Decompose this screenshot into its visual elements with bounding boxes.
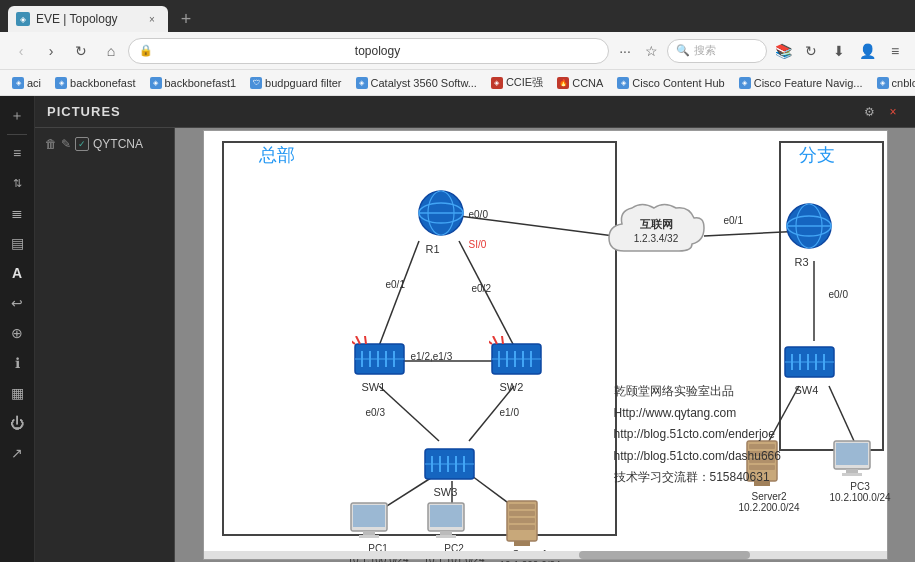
sidebar-export-btn[interactable]: ↗ [3,439,31,467]
scrollbar-thumb[interactable] [579,551,750,559]
link-label-e10: e1/0 [500,407,519,418]
sidebar-menu-btn[interactable]: ≡ [3,139,31,167]
link-label-e12-13: e1/2,e1/3 [411,351,453,362]
more-options-btn[interactable]: ··· [613,39,637,63]
panel-header-icons: ⚙ × [859,102,903,122]
svg-rect-59 [363,531,375,535]
sw1-switch [352,336,407,385]
panel-body: 🗑 ✎ ✓ QYTCNA 总部 分支 [35,128,915,562]
bookmark-favicon: ◈ [150,77,162,89]
sw4-switch [782,339,837,388]
tree-item-qytcna[interactable]: 🗑 ✎ ✓ QYTCNA [41,134,168,154]
tab-bar: ◈ EVE | Topology × + [0,0,915,32]
active-tab[interactable]: ◈ EVE | Topology × [8,6,168,32]
bookmark-ccie[interactable]: ◈ CCIE强 [485,73,549,92]
refresh-btn[interactable]: ↻ [68,38,94,64]
home-btn[interactable]: ⌂ [98,38,124,64]
tab-title: EVE | Topology [36,12,138,26]
diagram-area[interactable]: 总部 分支 [175,128,915,562]
sidebar-table-btn[interactable]: ▦ [3,379,31,407]
bookmark-cisco-content[interactable]: ◈ Cisco Content Hub [611,75,730,91]
bookmarks-bar: ◈ aci ◈ backbonefast ◈ backbonefast1 🛡 b… [0,70,915,96]
browser-toolbar: ‹ › ↻ ⌂ 🔒 topology ··· ☆ 🔍 搜索 📚 ↻ ⬇ 👤 ≡ [0,32,915,70]
link-label-e01-r3: e0/1 [724,215,743,226]
toolbar-icons: ··· ☆ [613,39,663,63]
pc1-icon [349,501,389,545]
server1-icon [502,499,542,553]
bookmark-favicon: ◈ [739,77,751,89]
sidebar-text-btn[interactable]: A [3,259,31,287]
sw3-switch [422,441,477,490]
r3-label: R3 [795,256,809,268]
server2-label: Server2 10.2.200.0/24 [739,491,800,513]
bookmark-budpguard[interactable]: 🛡 budpguard filter [244,75,347,91]
sidebar-grid-btn[interactable]: ▤ [3,229,31,257]
address-bar[interactable]: 🔒 topology [128,38,609,64]
panel-close-btn[interactable]: × [883,102,903,122]
link-label-e00: e0/0 [469,209,488,220]
svg-rect-79 [846,469,858,473]
svg-rect-78 [836,443,868,465]
back-btn[interactable]: ‹ [8,38,34,64]
main-content: ＋ ≡ ⇅ ≣ ▤ A ↩ ⊕ ℹ ▦ ⏻ ↗ PICTURES ⚙ × [0,96,915,562]
refresh-icon2[interactable]: ↻ [799,39,823,63]
sidebar-list-btn[interactable]: ≣ [3,199,31,227]
svg-rect-69 [509,525,535,530]
bookmark-favicon: 🔥 [557,77,569,89]
sidebar-divider-1 [7,134,27,135]
panel-settings-btn[interactable]: ⚙ [859,102,879,122]
left-panel: 🗑 ✎ ✓ QYTCNA [35,128,175,562]
download-icon[interactable]: ⬇ [827,39,851,63]
r1-label: R1 [426,243,440,255]
sw2-switch [489,336,544,385]
profile-icon[interactable]: 👤 [855,39,879,63]
svg-line-38 [502,336,503,344]
sw2-label: SW2 [500,381,524,393]
bookmark-cnblog[interactable]: ◈ cnblog [871,75,915,91]
right-section-label: 分支 [799,143,835,167]
panel-title: PICTURES [47,104,859,119]
link-label-e03: e0/3 [366,407,385,418]
star-btn[interactable]: ☆ [639,39,663,63]
bookmark-aci[interactable]: ◈ aci [6,75,47,91]
tree-item-label: QYTCNA [93,137,164,151]
bookmark-backbonefast[interactable]: ◈ backbonefast [49,75,141,91]
new-tab-btn[interactable]: + [172,6,200,32]
bookmark-favicon: ◈ [12,77,24,89]
panel-header: PICTURES ⚙ × [35,96,915,128]
svg-rect-63 [440,531,452,535]
sidebar-info-btn[interactable]: ℹ [3,349,31,377]
link-label-e01: e0/1 [386,279,405,290]
search-bar[interactable]: 🔍 搜索 [667,39,767,63]
bookmark-cisco-feature[interactable]: ◈ Cisco Feature Navig... [733,75,869,91]
sidebar-add-circle-btn[interactable]: ⊕ [3,319,31,347]
bookmark-ccna[interactable]: 🔥 CCNA [551,75,609,91]
forward-btn[interactable]: › [38,38,64,64]
sidebar-move-btn[interactable]: ⇅ [3,169,31,197]
edit-icon[interactable]: ✎ [61,137,71,151]
address-text: topology [157,44,598,58]
checkbox-icon[interactable]: ✓ [75,137,89,151]
link-label-e00-sw4: e0/0 [829,289,848,300]
bookmarks-icon[interactable]: 📚 [771,39,795,63]
scrollbar-horizontal[interactable] [204,551,887,559]
svg-rect-64 [436,535,456,538]
bookmark-catalyst[interactable]: ◈ Catalyst 3560 Softw... [350,75,483,91]
sw3-label: SW3 [434,486,458,498]
pc3-label: PC3 10.2.100.0/24 [830,481,891,503]
bookmark-favicon: ◈ [617,77,629,89]
svg-line-26 [352,338,355,344]
svg-rect-62 [430,505,462,527]
svg-rect-67 [509,511,535,516]
bookmark-backbonefast1[interactable]: ◈ backbonefast1 [144,75,243,91]
r3-router [782,199,837,258]
tab-close-btn[interactable]: × [144,11,160,27]
left-section-label: 总部 [259,143,295,167]
sidebar-undo-btn[interactable]: ↩ [3,289,31,317]
bookmark-favicon: ◈ [877,77,889,89]
sidebar-power-btn[interactable]: ⏻ [3,409,31,437]
cloud: 互联网 1.2.3.4/32 [604,196,709,270]
sidebar-add-btn[interactable]: ＋ [3,102,31,130]
delete-icon[interactable]: 🗑 [45,137,57,151]
menu-btn[interactable]: ≡ [883,39,907,63]
